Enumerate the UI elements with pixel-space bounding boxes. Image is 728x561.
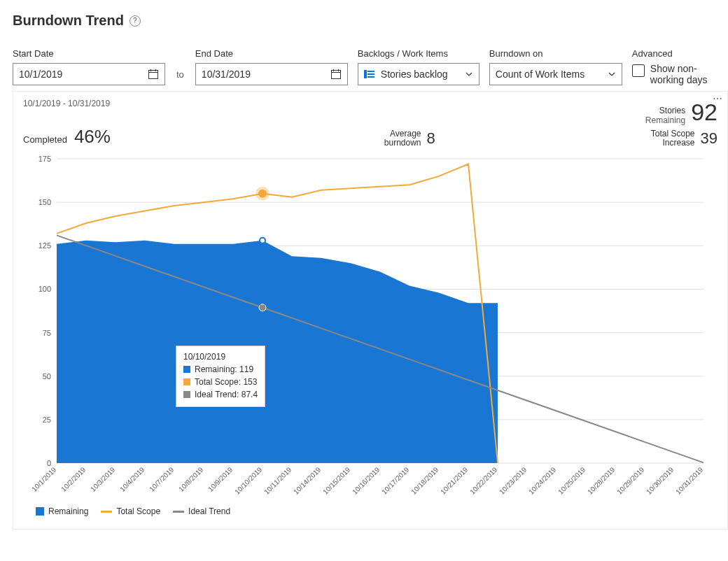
legend-totalscope[interactable]: Total Scope: [101, 506, 160, 516]
scope-value: 39: [701, 129, 718, 148]
tooltip-swatch-ideal: [183, 391, 190, 398]
svg-text:10/14/2019: 10/14/2019: [292, 465, 322, 495]
chart-legend: Remaining Total Scope Ideal Trend: [23, 506, 718, 516]
checkbox-box[interactable]: [632, 64, 645, 77]
show-nonworking-label: Show non-working days: [650, 63, 713, 85]
avg-value: 8: [427, 129, 435, 148]
svg-text:10/29/2019: 10/29/2019: [615, 465, 645, 495]
tooltip-swatch-remaining: [183, 366, 190, 373]
backlogs-label: Backlogs / Work Items: [358, 48, 479, 59]
legend-swatch-remaining: [36, 507, 44, 516]
svg-text:10/8/2019: 10/8/2019: [177, 465, 205, 493]
svg-text:10/2/2019: 10/2/2019: [59, 465, 88, 493]
tooltip-date: 10/10/2019: [183, 352, 258, 362]
avg-label-2: burndown: [384, 139, 421, 148]
tooltip-ideal: Ideal Trend: 87.4: [195, 388, 258, 401]
avg-label-1: Average: [390, 129, 421, 139]
help-icon[interactable]: ?: [130, 15, 141, 27]
svg-rect-9: [368, 71, 374, 72]
scope-label-1: Total Scope: [651, 129, 695, 139]
svg-text:10/28/2019: 10/28/2019: [586, 465, 616, 495]
burndown-on-dropdown[interactable]: Count of Work Items: [489, 63, 622, 85]
burndown-chart[interactable]: 025507510012515017510/1/201910/2/201910/…: [23, 153, 709, 499]
svg-text:10/9/2019: 10/9/2019: [206, 465, 234, 493]
svg-text:75: 75: [43, 329, 51, 337]
svg-text:10/11/2019: 10/11/2019: [262, 465, 293, 495]
svg-text:10/21/2019: 10/21/2019: [439, 465, 469, 495]
date-range-text: 10/1/2019 - 10/31/2019: [23, 99, 645, 108]
legend-swatch-scope: [101, 511, 112, 513]
svg-text:0: 0: [47, 459, 51, 467]
svg-point-51: [258, 190, 267, 198]
svg-text:10/10/2019: 10/10/2019: [233, 465, 263, 495]
legend-remaining[interactable]: Remaining: [36, 506, 88, 516]
stories-remaining-metric: Stories Remaining 92: [645, 99, 718, 126]
svg-point-53: [260, 238, 265, 243]
svg-text:10/15/2019: 10/15/2019: [321, 465, 351, 495]
legend-ideal[interactable]: Ideal Trend: [173, 506, 230, 516]
svg-text:10/4/2019: 10/4/2019: [118, 465, 146, 493]
svg-text:10/23/2019: 10/23/2019: [498, 465, 528, 495]
scope-label-2: Increase: [662, 139, 694, 148]
start-date-input[interactable]: 10/1/2019: [13, 63, 165, 85]
calendar-icon[interactable]: [330, 69, 342, 80]
legend-totalscope-label: Total Scope: [116, 506, 160, 516]
backlogs-dropdown[interactable]: Stories backlog: [358, 63, 479, 85]
end-date-input[interactable]: 10/31/2019: [195, 63, 348, 85]
stories-label: Stories: [659, 106, 685, 116]
burndown-on-label: Burndown on: [489, 48, 622, 59]
tooltip-remaining: Remaining: 119: [195, 363, 253, 376]
backlogs-value: Stories backlog: [381, 69, 448, 80]
svg-text:10/3/2019: 10/3/2019: [89, 465, 117, 493]
show-nonworking-checkbox[interactable]: Show non-working days: [632, 63, 713, 85]
advanced-label: Advanced: [632, 48, 673, 59]
svg-text:10/17/2019: 10/17/2019: [380, 465, 410, 495]
legend-remaining-label: Remaining: [48, 506, 88, 516]
svg-rect-8: [364, 70, 367, 78]
burndown-card: ⋯ 10/1/2019 - 10/31/2019 Stories Remaini…: [13, 91, 728, 530]
calendar-icon[interactable]: [148, 69, 159, 80]
svg-text:10/22/2019: 10/22/2019: [468, 465, 498, 495]
tooltip-swatch-scope: [183, 378, 190, 385]
svg-text:10/7/2019: 10/7/2019: [148, 465, 176, 493]
svg-text:10/24/2019: 10/24/2019: [527, 465, 557, 495]
svg-rect-11: [368, 76, 374, 78]
legend-swatch-ideal: [173, 511, 184, 513]
chevron-down-icon: [608, 70, 616, 78]
svg-text:25: 25: [43, 416, 51, 424]
legend-ideal-label: Ideal Trend: [188, 506, 230, 516]
svg-rect-0: [149, 71, 158, 79]
svg-text:175: 175: [38, 155, 51, 163]
svg-text:50: 50: [43, 372, 51, 381]
start-date-value: 10/1/2019: [19, 69, 62, 80]
svg-rect-4: [331, 71, 340, 79]
scope-increase-metric: Total Scope Increase 39: [651, 129, 718, 148]
completed-metric: Completed 46%: [23, 126, 111, 148]
svg-text:10/1/2019: 10/1/2019: [30, 465, 58, 493]
backlog-set-icon: [364, 70, 375, 78]
svg-text:100: 100: [38, 285, 51, 293]
svg-text:10/18/2019: 10/18/2019: [410, 465, 440, 495]
burndown-on-value: Count of Work Items: [496, 69, 584, 80]
svg-rect-10: [368, 73, 374, 75]
svg-text:125: 125: [38, 241, 51, 250]
completed-label: Completed: [23, 134, 67, 148]
svg-text:10/30/2019: 10/30/2019: [645, 465, 675, 495]
svg-text:10/31/2019: 10/31/2019: [674, 465, 704, 495]
end-date-value: 10/31/2019: [202, 69, 251, 80]
avg-burndown-metric: Average burndown 8: [384, 129, 435, 148]
start-date-label: Start Date: [13, 48, 165, 59]
completed-value: 46%: [74, 126, 111, 148]
chevron-down-icon: [465, 70, 473, 78]
end-date-label: End Date: [195, 48, 348, 59]
controls-bar: Start Date 10/1/2019 to End Date 10/31/2…: [13, 48, 728, 85]
to-label: to: [175, 63, 186, 85]
tooltip-totalscope: Total Scope: 153: [195, 376, 257, 388]
page-title: Burndown Trend: [13, 13, 124, 29]
svg-text:150: 150: [38, 198, 51, 206]
chart-tooltip: 10/10/2019 Remaining: 119 Total Scope: 1…: [176, 346, 265, 407]
svg-text:10/16/2019: 10/16/2019: [351, 465, 381, 495]
card-more-icon[interactable]: ⋯: [713, 93, 723, 104]
svg-text:10/25/2019: 10/25/2019: [556, 465, 587, 495]
remaining-label: Remaining: [645, 116, 685, 126]
